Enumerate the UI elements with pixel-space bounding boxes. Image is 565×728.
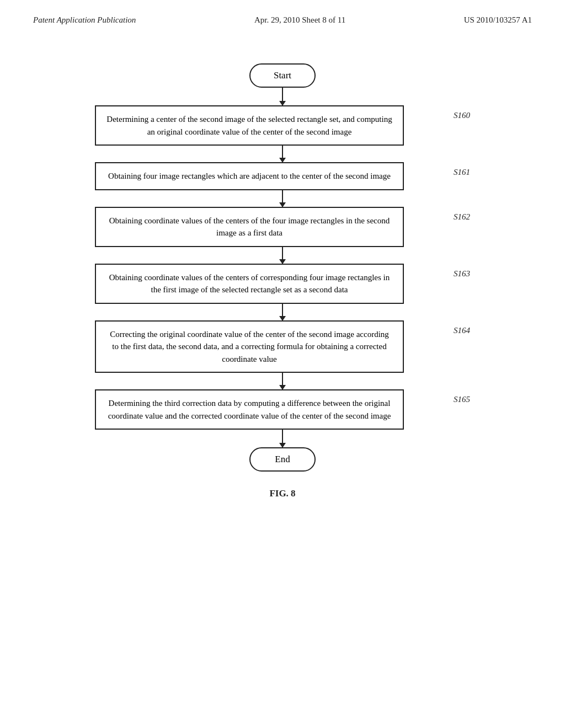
page: Patent Application Publication Apr. 29, …: [0, 0, 565, 728]
flowchart: Start Determining a center of the second…: [0, 30, 565, 510]
flow-content: Start Determining a center of the second…: [95, 63, 470, 472]
step-label-s165: S165: [454, 395, 470, 404]
step-row-s160: Determining a center of the second image…: [95, 105, 470, 146]
step-label-s160: S160: [454, 111, 470, 120]
header: Patent Application Publication Apr. 29, …: [0, 0, 565, 30]
arrow-1: [282, 146, 283, 162]
figure-caption: FIG. 8: [269, 488, 295, 499]
arrow-5: [282, 373, 283, 389]
step-row-s165: Determining the third correction data by…: [95, 389, 470, 430]
step-label-s164: S164: [454, 326, 470, 335]
step-label-s163: S163: [454, 269, 470, 279]
arrow-0: [282, 88, 283, 105]
step-box-s162: Obtaining coordinate values of the cente…: [95, 207, 404, 247]
patent-number: US 2010/103257 A1: [464, 15, 532, 25]
step-label-s161: S161: [454, 168, 470, 177]
step-row-s164: Correcting the original coordinate value…: [95, 320, 470, 373]
start-oval: Start: [249, 63, 316, 88]
arrow-4: [282, 304, 283, 320]
step-box-s165: Determining the third correction data by…: [95, 389, 404, 430]
step-box-s161: Obtaining four image rectangles which ar…: [95, 162, 404, 190]
arrow-2: [282, 190, 283, 207]
step-row-s162: Obtaining coordinate values of the cente…: [95, 207, 470, 247]
arrow-6: [282, 430, 283, 447]
step-box-s163: Obtaining coordinate values of the cente…: [95, 264, 404, 304]
step-box-s164: Correcting the original coordinate value…: [95, 320, 404, 373]
sheet-info: Apr. 29, 2010 Sheet 8 of 11: [254, 15, 345, 25]
step-row-s161: Obtaining four image rectangles which ar…: [95, 162, 470, 190]
step-row-s163: Obtaining coordinate values of the cente…: [95, 264, 470, 304]
step-box-s160: Determining a center of the second image…: [95, 105, 404, 146]
step-label-s162: S162: [454, 212, 470, 222]
publication-label: Patent Application Publication: [33, 15, 136, 25]
end-oval: End: [249, 447, 316, 472]
arrow-3: [282, 247, 283, 264]
